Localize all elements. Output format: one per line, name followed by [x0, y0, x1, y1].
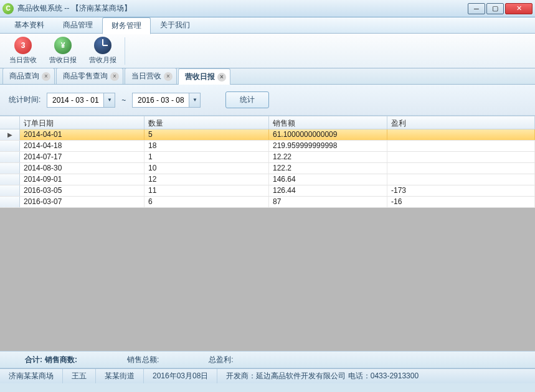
row-indicator: ▶ [0, 129, 20, 140]
table-cell: 18 [144, 141, 269, 151]
table-cell [387, 141, 535, 151]
titlebar: 高品收银系统 -- 【济南某某商场】 ─ ▢ ✕ [0, 0, 535, 17]
status-user: 王五 [63, 369, 96, 383]
toolbar-label-0: 当日营收 [9, 55, 37, 65]
table-cell: 11 [144, 185, 269, 196]
column-header-0[interactable]: 订单日期 [20, 116, 144, 129]
date-to-box: ▼ [132, 93, 201, 108]
subtab-close-icon-3[interactable]: × [217, 73, 226, 82]
row-indicator [0, 185, 20, 196]
table-cell: -16 [387, 197, 535, 207]
table-cell [387, 163, 535, 174]
data-grid: 订单日期数量销售额盈利 ▶2014-04-01561.1000000000009… [0, 116, 535, 351]
sub-tabs: 商品查询×商品零售查询×当日营收×营收日报× [0, 68, 535, 85]
maximize-button[interactable]: ▢ [486, 3, 504, 14]
table-cell: 87 [269, 197, 387, 207]
query-button[interactable]: 统计 [225, 91, 269, 108]
subtab-close-icon-1[interactable]: × [110, 72, 119, 81]
grid-empty-area [0, 208, 535, 351]
filter-label: 统计时间: [9, 95, 40, 105]
app-icon [2, 3, 14, 14]
table-cell: 2014-09-01 [20, 174, 144, 185]
row-indicator [0, 197, 20, 207]
summary-bar: 合计: 销售商数: 销售总额: 总盈利: [0, 351, 535, 368]
status-date: 2016年03月08日 [144, 369, 217, 383]
menu-item-0[interactable]: 基本资料 [5, 17, 54, 34]
subtab-label-3: 营收日报 [185, 72, 215, 82]
column-header-1[interactable]: 数量 [144, 116, 269, 129]
row-indicator [0, 174, 20, 185]
summary-sum-label: 销售总额: [127, 355, 159, 365]
summary-count-label: 销售商数: [45, 355, 77, 365]
toolbar-button-1[interactable]: ¥营收日报 [44, 35, 82, 67]
column-header-3[interactable]: 盈利 [387, 116, 535, 129]
table-cell: 219.959999999998 [269, 141, 387, 151]
subtab-3[interactable]: 营收日报× [178, 68, 230, 85]
table-cell: 12.22 [269, 152, 387, 162]
table-row[interactable]: 2014-08-3010122.2 [0, 163, 535, 174]
tilde-separator: ~ [121, 96, 126, 105]
menu-item-2[interactable]: 财务管理 [102, 17, 151, 34]
date-from-input[interactable] [47, 93, 103, 107]
table-row[interactable]: 2016-03-07687-16 [0, 197, 535, 208]
subtab-0[interactable]: 商品查询× [2, 68, 55, 84]
close-button[interactable]: ✕ [505, 3, 533, 14]
window-controls: ─ ▢ ✕ [468, 3, 533, 14]
table-row[interactable]: 2016-03-0511126.44-173 [0, 185, 535, 197]
table-cell: 2016-03-05 [20, 185, 144, 196]
toolbar-icon-2 [94, 37, 111, 54]
table-cell: 61.1000000000009 [269, 129, 387, 140]
menu-item-1[interactable]: 商品管理 [54, 17, 102, 34]
date-from-dropdown-icon[interactable]: ▼ [103, 93, 115, 107]
column-header-2[interactable]: 销售额 [269, 116, 387, 129]
toolbar-button-0[interactable]: 3当日营收 [4, 35, 42, 67]
table-cell: 5 [144, 129, 269, 140]
date-to-input[interactable] [133, 93, 189, 107]
status-store: 济南某某商场 [0, 369, 63, 383]
table-row[interactable]: 2014-07-17112.22 [0, 152, 535, 163]
summary-total-label: 合计: [25, 355, 42, 365]
table-cell: 2014-04-01 [20, 129, 144, 140]
row-indicator [0, 152, 20, 162]
status-bar: 济南某某商场 王五 某某街道 2016年03月08日 开发商：延边高品软件开发有… [0, 368, 535, 383]
table-cell: -173 [387, 185, 535, 196]
row-indicator-header [0, 116, 20, 129]
subtab-close-icon-0[interactable]: × [42, 72, 50, 81]
filter-bar: 统计时间: ▼ ~ ▼ 统计 [0, 85, 535, 116]
minimize-button[interactable]: ─ [468, 3, 485, 14]
status-street: 某某街道 [96, 369, 144, 383]
toolbar-icon-1: ¥ [54, 37, 72, 54]
menu-item-3[interactable]: 关于我们 [151, 17, 199, 34]
table-cell: 2016-03-07 [20, 197, 144, 207]
table-cell: 1 [144, 152, 269, 162]
table-cell [387, 129, 535, 140]
table-cell [387, 174, 535, 185]
table-cell: 6 [144, 197, 269, 207]
table-cell: 126.44 [269, 185, 387, 196]
summary-profit-label: 总盈利: [209, 355, 233, 365]
table-cell [387, 152, 535, 162]
date-to-dropdown-icon[interactable]: ▼ [189, 93, 200, 107]
toolbar: 3当日营收¥营收日报营收月报 [0, 34, 535, 68]
subtab-label-0: 商品查询 [9, 71, 39, 82]
subtab-label-2: 当日营收 [131, 71, 161, 82]
subtab-close-icon-2[interactable]: × [164, 72, 173, 81]
subtab-1[interactable]: 商品零售查询× [56, 68, 123, 84]
table-cell: 146.64 [269, 174, 387, 185]
subtab-label-1: 商品零售查询 [63, 71, 108, 82]
subtab-2[interactable]: 当日营收× [125, 68, 177, 84]
row-indicator [0, 163, 20, 174]
table-row[interactable]: 2014-04-1818219.959999999998 [0, 141, 535, 152]
table-row[interactable]: ▶2014-04-01561.1000000000009 [0, 129, 535, 141]
table-cell: 2014-07-17 [20, 152, 144, 162]
toolbar-button-2[interactable]: 营收月报 [83, 35, 122, 67]
table-row[interactable]: 2014-09-0112146.64 [0, 174, 535, 185]
grid-header: 订单日期数量销售额盈利 [0, 116, 535, 129]
row-indicator [0, 141, 20, 151]
toolbar-label-1: 营收日报 [49, 55, 77, 65]
table-cell: 2014-08-30 [20, 163, 144, 174]
content-area: 统计时间: ▼ ~ ▼ 统计 订单日期数量销售额盈利 ▶2014-04-0156… [0, 85, 535, 368]
status-developer: 开发商：延边高品软件开发有限公司 电话：0433-2913300 [217, 369, 535, 383]
window-title: 高品收银系统 -- 【济南某某商场】 [17, 3, 468, 14]
table-cell: 122.2 [269, 163, 387, 174]
